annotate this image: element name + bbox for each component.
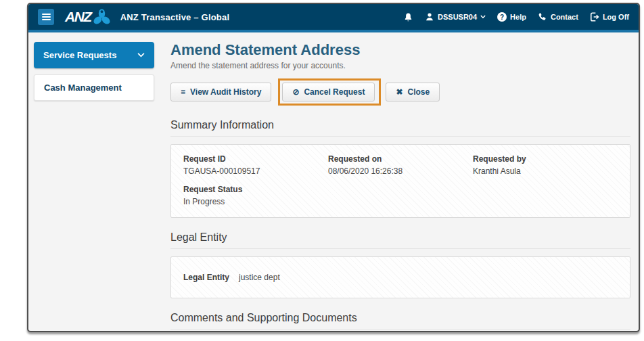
field-requested-by: Requested by Kranthi Asula — [473, 154, 618, 176]
logoff-label: Log Off — [603, 13, 629, 21]
sidebar-item-service-requests[interactable]: Service Requests — [34, 42, 154, 68]
field-requested-on: Requested on 08/06/2020 16:26:38 — [328, 154, 473, 176]
highlight-annotation: ⊘ Cancel Request — [278, 78, 381, 106]
comments-section: Comments and Supporting Documents Date A… — [170, 312, 630, 331]
legal-entity-heading: Legal Entity — [170, 231, 630, 249]
help-label: Help — [510, 13, 526, 21]
legal-entity-label: Legal Entity — [183, 273, 229, 282]
page-subtitle: Amend the statement address for your acc… — [170, 61, 630, 70]
user-icon — [425, 12, 434, 22]
field-request-id: Request ID TGAUSA-000109517 — [183, 154, 328, 176]
summary-section: Summary Information Request ID TGAUSA-00… — [170, 119, 630, 218]
legal-entity-panel: Legal Entity justice dept — [170, 256, 630, 298]
chevron-down-icon — [137, 53, 145, 58]
phone-icon — [538, 12, 547, 22]
bell-icon — [403, 12, 413, 22]
anz-logo: ANZ — [65, 8, 111, 26]
cancel-icon: ⊘ — [292, 88, 299, 96]
summary-heading: Summary Information — [170, 119, 630, 137]
chevron-down-icon — [480, 15, 486, 19]
view-audit-history-button[interactable]: ≡ View Audit History — [170, 83, 271, 101]
log-off-icon — [590, 12, 599, 22]
notifications-button[interactable] — [403, 12, 413, 22]
summary-panel: Request ID TGAUSA-000109517 Requested on… — [170, 144, 630, 218]
sidebar-item-label: Service Requests — [43, 50, 116, 60]
cancel-request-button[interactable]: ⊘ Cancel Request — [282, 83, 375, 101]
sidebar-item-label: Cash Management — [44, 83, 122, 93]
page-title: Amend Statement Address — [170, 41, 630, 59]
help-button[interactable]: ? Help — [497, 12, 526, 22]
sidebar-item-cash-management[interactable]: Cash Management — [34, 74, 154, 101]
toolbar: ≡ View Audit History ⊘ Cancel Request ✖ … — [170, 78, 630, 106]
comments-heading: Comments and Supporting Documents — [170, 312, 630, 329]
legal-entity-section: Legal Entity Legal Entity justice dept — [170, 231, 630, 298]
anz-logo-text: ANZ — [65, 9, 91, 25]
status-value: In Progress — [183, 197, 328, 206]
app-title: ANZ Transactive – Global — [120, 12, 230, 22]
help-icon: ? — [497, 12, 507, 22]
user-menu[interactable]: DSSUSR04 — [425, 12, 486, 22]
contact-label: Contact — [551, 13, 578, 21]
legal-entity-value: justice dept — [239, 273, 280, 282]
list-icon: ≡ — [181, 88, 185, 96]
close-icon: ✖ — [396, 88, 402, 96]
anz-lotus-icon — [93, 8, 111, 26]
sidebar: Service Requests Cash Management — [28, 32, 158, 331]
field-request-status: Request Status In Progress — [183, 185, 328, 206]
main-content: Amend Statement Address Amend the statem… — [158, 32, 639, 331]
user-label: DSSUSR04 — [438, 13, 477, 21]
logoff-button[interactable]: Log Off — [590, 12, 629, 22]
top-bar: ANZ ANZ Transactive – Global — [28, 4, 639, 30]
app-window: ANZ ANZ Transactive – Global — [27, 3, 640, 332]
close-button[interactable]: ✖ Close — [386, 83, 440, 101]
contact-button[interactable]: Contact — [538, 12, 578, 22]
top-bar-actions: DSSUSR04 ? Help Contact L — [403, 12, 629, 22]
hamburger-menu-icon[interactable] — [38, 9, 54, 25]
